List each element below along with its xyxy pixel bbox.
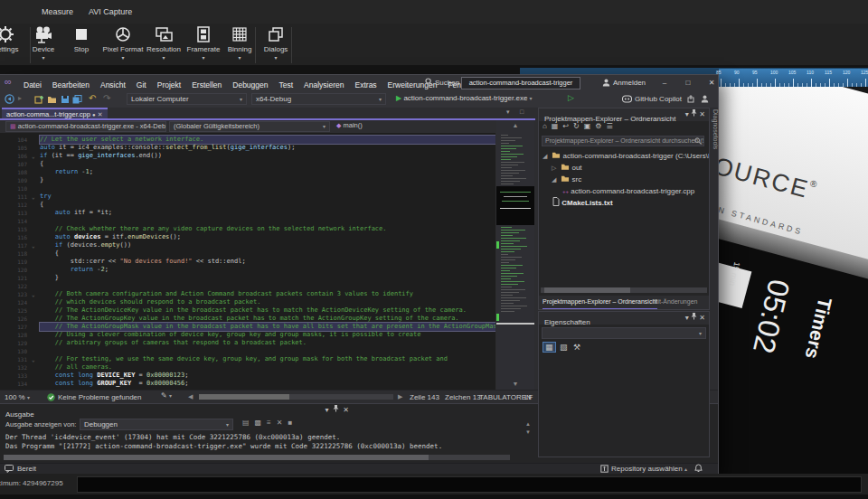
new-project-icon[interactable]	[34, 95, 43, 104]
code-line[interactable]: 109}	[0, 176, 495, 184]
se-tab-ordneransicht[interactable]: Projektmappen-Explorer – Ordneransicht	[542, 296, 657, 309]
output-text[interactable]: Der Thread 'ic4device_event' (17304) hat…	[5, 433, 525, 451]
ribbon-stop-button[interactable]: Stop	[65, 24, 98, 65]
code-line[interactable]: 105auto it = ic4_examples::console::sele…	[0, 144, 495, 152]
ribbon-binning-button[interactable]: Binning ▾	[222, 24, 257, 65]
code-line[interactable]: 119 std::cerr << "No devices found!" << …	[0, 258, 495, 266]
code-editor[interactable]: 104// Let the user select a network inte…	[0, 133, 495, 390]
line-indicator[interactable]: Zeile 143	[410, 391, 439, 403]
pencil-icon[interactable]: ✎ ▾	[161, 391, 172, 400]
property-pages-icon[interactable]: ⚒	[571, 343, 582, 352]
code-line[interactable]: 121 }	[0, 274, 495, 282]
output-panel-controls[interactable]: ▾ ✕	[325, 404, 349, 416]
save-icon[interactable]	[61, 95, 70, 104]
target-machine-combo[interactable]: Lokaler Computer▾	[127, 93, 247, 105]
ribbon-pixel-format-button[interactable]: Pixel Format ▾	[101, 24, 145, 65]
tab-list-chevron-icon[interactable]: ▾	[506, 108, 510, 116]
properties-toolbar[interactable]: ▦ ▧ ⚒	[542, 343, 582, 355]
minimize-button[interactable]: –	[656, 77, 673, 89]
feedback-bubble-icon[interactable]	[5, 465, 14, 473]
copilot-label[interactable]: GitHub Copilot	[635, 93, 682, 105]
menu-measure[interactable]: Measure	[42, 7, 73, 16]
char-indicator[interactable]: Zeichen 13	[445, 391, 481, 403]
search-label[interactable]: Suchen	[435, 75, 459, 90]
zoom-level-dropdown[interactable]: 100 % ▾	[5, 391, 30, 404]
editor-hscrollbar[interactable]	[199, 394, 393, 400]
code-line[interactable]: 104// Let the user select a network inte…	[0, 136, 495, 144]
code-line[interactable]: 132 // all cameras.	[0, 363, 495, 372]
minimap-scrollbar[interactable]: ▲ ▼	[496, 120, 534, 390]
value-field[interactable]	[77, 476, 862, 493]
code-line[interactable]: 107{	[0, 160, 495, 168]
code-line[interactable]: 123⌄ // Both camera configuration and Ac…	[0, 290, 495, 298]
hscroll-right-arrow[interactable]: ▶	[398, 393, 402, 400]
code-line[interactable]: 117⌄ if (devices.empty())	[0, 241, 495, 250]
output-toolbar-icons[interactable]: ▤▩≡✕■	[242, 419, 297, 427]
code-line[interactable]: 128 // Using a clever combination of dev…	[0, 331, 495, 339]
code-line[interactable]: 111⌄try	[0, 193, 495, 201]
search-box[interactable]: action-command-broadcast-trigger	[461, 77, 580, 89]
ribbon-framerate-button[interactable]: Framerate ▾	[184, 24, 222, 65]
scroll-up-arrow[interactable]: ▲	[496, 122, 534, 128]
tree-item-root-folder[interactable]: ◢ action-command-broadcast-trigger (C:\U…	[539, 150, 709, 162]
code-line[interactable]: 131⌄ // For testing, we use the same dev…	[0, 355, 495, 363]
run-button[interactable]: ▶ action-command-broadcast-trigger.exe ▾	[396, 93, 533, 105]
ribbon-dialogs-button[interactable]: Dialogs ▾	[259, 24, 293, 65]
solution-explorer-hscrollbar[interactable]	[541, 287, 707, 293]
nav-forward-icon[interactable]: ▸	[18, 94, 22, 102]
output-source-combo[interactable]: Debuggen▾	[80, 419, 233, 430]
code-line[interactable]: 124 // which devices should respond to a…	[0, 298, 495, 306]
feedback-person-icon[interactable]	[701, 95, 709, 103]
code-line[interactable]: 114	[0, 217, 495, 225]
minimap-viewport[interactable]	[496, 186, 534, 225]
eol-indicator[interactable]: LF	[524, 391, 533, 403]
solution-search-box[interactable]: Projektmappen-Explorer – Ordneransicht d…	[542, 136, 704, 146]
tree-item-src[interactable]: ◢ src	[539, 174, 709, 185]
code-line[interactable]: 125 // The ActionDeviceKey value in the …	[0, 306, 495, 315]
ribbon-device-button[interactable]: Device ▾	[24, 24, 63, 65]
code-line[interactable]: 115 // Check whether there are any video…	[0, 225, 495, 233]
run-no-debug-icon[interactable]: ▷	[568, 93, 574, 102]
diagnostics-side-tab[interactable]: Diagnosetools	[711, 109, 719, 173]
copilot-icon[interactable]	[622, 95, 632, 103]
solution-explorer-toolbar[interactable]: ⌂▦↩↻▣⚙☰	[542, 122, 618, 134]
ribbon-resolution-button[interactable]: Resolution ▾	[143, 24, 184, 65]
scroll-down-arrow[interactable]: ▼	[496, 381, 534, 387]
notifications-bell-icon[interactable]	[694, 464, 703, 473]
code-line[interactable]: 110	[0, 184, 495, 193]
code-line[interactable]: 129 // arbitrary groups of cameras that …	[0, 339, 495, 347]
undo-icon[interactable]: ↶	[89, 93, 96, 103]
signin-link[interactable]: Anmelden	[613, 75, 646, 90]
properties-object-combo[interactable]: ▾	[542, 327, 706, 339]
se-tab-git-aenderungen[interactable]: Git-Änderungen	[653, 296, 697, 308]
code-line[interactable]: 122	[0, 282, 495, 290]
code-line[interactable]: 108 return -1;	[0, 168, 495, 176]
configuration-combo[interactable]: x64-Debug▾	[251, 93, 386, 105]
properties-controls[interactable]: ▾ ✕	[685, 312, 705, 324]
code-line[interactable]: 118 {	[0, 250, 495, 258]
code-line[interactable]: 112{	[0, 201, 495, 209]
symbol-dropdown[interactable]: ◆ main()	[333, 121, 396, 132]
tree-item-cmakelists[interactable]: CMakeLists.txt	[539, 197, 709, 209]
code-line[interactable]: 134 const long GROUP_KEY = 0x00000456;	[0, 380, 495, 388]
code-line[interactable]: 106⌄if (it == gige_interfaces.end())	[0, 152, 495, 160]
code-line[interactable]: 120 return -2;	[0, 266, 495, 274]
save-all-icon[interactable]	[72, 95, 82, 104]
code-line[interactable]: 116 auto devices = itf.enumDevices();	[0, 233, 495, 241]
project-dropdown[interactable]: ▩ action-command-broadcast-trigger.exe -…	[5, 121, 166, 132]
code-line[interactable]: 127 // The ActionGroupMask value in the …	[0, 323, 495, 331]
ribbon-settings-button[interactable]: Settings	[0, 24, 25, 65]
tree-item-out[interactable]: ▷ out	[539, 162, 709, 174]
code-line[interactable]: 113 auto itf = *it;	[0, 209, 495, 217]
maximize-button[interactable]: □	[680, 77, 696, 89]
menu-avi-capture[interactable]: AVI Capture	[89, 7, 132, 16]
problems-status[interactable]: Keine Probleme gefunden	[58, 391, 142, 403]
code-line[interactable]: 130	[0, 347, 495, 355]
tree-item-cpp-file[interactable]: ++ action-command-broadcast-trigger.cpp	[539, 185, 709, 197]
categorized-icon[interactable]: ▦	[542, 342, 556, 353]
code-line[interactable]: 126 // The ActionGroupKey value in the b…	[0, 315, 495, 323]
nav-back-icon[interactable]	[5, 94, 14, 104]
solution-explorer-controls[interactable]: ▾ ✕	[685, 108, 705, 120]
code-line[interactable]: 133 const long DEVICE_KEY = 0x00000123;	[0, 372, 495, 380]
tab-close-icon[interactable]: ✕	[98, 111, 103, 118]
